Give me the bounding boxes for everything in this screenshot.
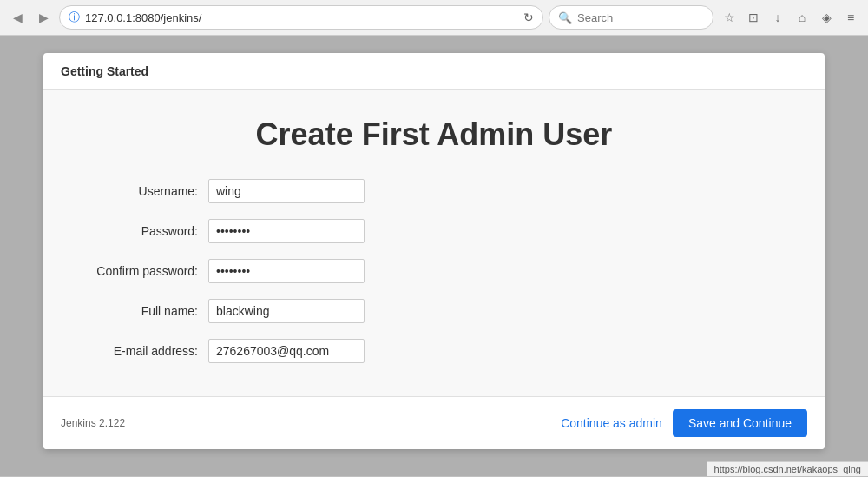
confirm-password-label: Confirm password: [78, 264, 208, 278]
save-page-button[interactable]: ⊡ [743, 7, 764, 28]
fullname-row: Full name: [78, 299, 790, 323]
footer-actions: Continue as admin Save and Continue [561, 409, 807, 437]
pocket-icon: ◈ [822, 10, 832, 24]
menu-icon: ≡ [847, 10, 854, 24]
page-title: Create First Admin User [78, 116, 790, 153]
password-label: Password: [78, 224, 208, 238]
back-button[interactable]: ◀ [7, 7, 28, 28]
card-header: Getting Started [43, 53, 825, 90]
admin-user-form: Username: Password: Confirm password: Fu… [78, 179, 790, 363]
toolbar-icons: ☆ ⊡ ↓ ⌂ ◈ ≡ [719, 7, 861, 28]
address-text: 127.0.0.1:8080/jenkins/ [85, 11, 518, 24]
reload-button[interactable]: ↻ [523, 10, 534, 24]
save-and-continue-button[interactable]: Save and Continue [673, 409, 807, 437]
search-bar[interactable]: 🔍 [549, 5, 713, 30]
card-header-title: Getting Started [61, 64, 148, 78]
email-row: E-mail address: [78, 339, 790, 363]
forward-button[interactable]: ▶ [33, 7, 54, 28]
bookmark-icon: ☆ [724, 10, 735, 24]
card-body: Create First Admin User Username: Passwo… [43, 90, 825, 396]
fullname-input[interactable] [208, 299, 365, 323]
address-bar[interactable]: ⓘ 127.0.0.1:8080/jenkins/ ↻ [59, 5, 543, 30]
version-label: Jenkins 2.122 [61, 417, 125, 429]
username-label: Username: [78, 184, 208, 198]
back-icon: ◀ [13, 10, 23, 24]
email-input[interactable] [208, 339, 365, 363]
confirm-password-input[interactable] [208, 259, 365, 283]
info-icon: ⓘ [69, 10, 80, 25]
search-input[interactable] [577, 11, 723, 24]
continue-as-admin-button[interactable]: Continue as admin [561, 416, 662, 430]
page-content: Getting Started Create First Admin User … [0, 36, 868, 476]
reload-icon: ↻ [523, 10, 534, 24]
save-icon: ⊡ [748, 10, 759, 24]
username-input[interactable] [208, 179, 365, 203]
card-footer: Jenkins 2.122 Continue as admin Save and… [43, 396, 825, 449]
password-input[interactable] [208, 219, 365, 243]
password-row: Password: [78, 219, 790, 243]
forward-icon: ▶ [39, 10, 49, 24]
browser-toolbar: ◀ ▶ ⓘ 127.0.0.1:8080/jenkins/ ↻ 🔍 ☆ ⊡ [0, 0, 868, 35]
home-icon: ⌂ [799, 10, 806, 24]
fullname-label: Full name: [78, 304, 208, 318]
email-label: E-mail address: [78, 344, 208, 358]
bookmark-button[interactable]: ☆ [719, 7, 740, 28]
menu-button[interactable]: ≡ [840, 7, 861, 28]
browser-chrome: ◀ ▶ ⓘ 127.0.0.1:8080/jenkins/ ↻ 🔍 ☆ ⊡ [0, 0, 868, 36]
download-button[interactable]: ↓ [767, 7, 788, 28]
pocket-button[interactable]: ◈ [816, 7, 837, 28]
getting-started-card: Getting Started Create First Admin User … [43, 53, 825, 449]
confirm-password-row: Confirm password: [78, 259, 790, 283]
search-icon: 🔍 [558, 11, 572, 24]
status-bar: https://blog.csdn.net/kakaops_qing [707, 461, 868, 476]
status-url: https://blog.csdn.net/kakaops_qing [714, 464, 861, 474]
download-icon: ↓ [775, 10, 781, 24]
username-row: Username: [78, 179, 790, 203]
home-button[interactable]: ⌂ [792, 7, 812, 28]
